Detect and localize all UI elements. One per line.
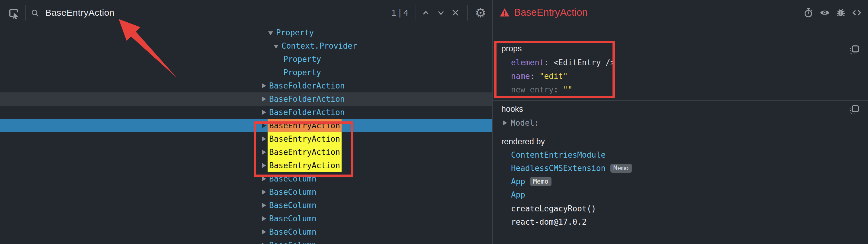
react-devtools-window: BaseEntryAction 1 | 4: [0, 0, 868, 244]
tree-row[interactable]: Context.Provider: [0, 39, 492, 53]
component-name: BaseColumn: [269, 241, 316, 244]
tree-row[interactable]: BaseColumn: [0, 172, 492, 185]
owner-link[interactable]: App: [511, 177, 525, 186]
prop-row[interactable]: name: "edit": [511, 71, 568, 81]
inspector-header-icons: [803, 0, 863, 25]
tree-row[interactable]: BaseColumn: [0, 212, 492, 225]
rendered-by-row[interactable]: ContentEntriesModule: [511, 150, 606, 159]
prop-key: new entry: [511, 85, 554, 94]
tree-row[interactable]: BaseColumn: [0, 185, 492, 199]
inspect-element-icon: [7, 7, 20, 19]
component-name: BaseColumn: [269, 227, 316, 237]
tree-row[interactable]: BaseColumn: [0, 225, 492, 239]
hook-name: Model:: [511, 118, 539, 127]
expand-arrow-icon[interactable]: [262, 190, 266, 194]
rendered-by-row[interactable]: AppMemo: [511, 177, 552, 186]
rendered-by-row: react-dom@17.0.2: [511, 217, 587, 226]
toolbar-separator: [415, 5, 416, 21]
tree-row[interactable]: BaseEntryAction: [0, 132, 492, 146]
expand-arrow-icon[interactable]: [262, 136, 266, 141]
rendered-by-row[interactable]: App: [511, 190, 525, 199]
toolbar-separator: [467, 5, 468, 21]
tree-row[interactable]: Property: [0, 53, 492, 66]
component-name: BaseFolderAction: [269, 81, 345, 90]
expand-arrow-icon[interactable]: [262, 110, 266, 115]
expand-arrow-icon[interactable]: [262, 176, 266, 181]
prop-value[interactable]: <EditEntry />: [554, 58, 615, 67]
component-name: BaseFolderAction: [269, 94, 345, 103]
expand-arrow-icon[interactable]: [262, 83, 266, 88]
section-divider: [493, 100, 868, 101]
next-result-button[interactable]: [435, 8, 446, 18]
gear-icon: ⚙: [475, 5, 486, 20]
prop-colon: :: [544, 58, 554, 67]
hook-row[interactable]: Model:: [503, 118, 539, 127]
tree-row[interactable]: BaseFolderAction: [0, 92, 492, 106]
rendered-by-row: createLegacyRoot(): [511, 204, 596, 213]
stopwatch-icon[interactable]: [803, 7, 814, 18]
expand-arrow-icon[interactable]: [262, 230, 266, 234]
chevron-up-icon: [421, 8, 431, 17]
tree-row[interactable]: BaseEntryAction: [0, 119, 492, 132]
memo-badge: Memo: [610, 164, 632, 173]
tree-row[interactable]: BaseFolderAction: [0, 106, 492, 119]
component-name: BaseColumn: [269, 214, 316, 223]
hooks-section-label: hooks: [501, 104, 523, 114]
inspect-element-button[interactable]: [7, 6, 21, 20]
component-name: BaseEntryAction: [268, 159, 342, 172]
search-toolbar: BaseEntryAction 1 | 4: [0, 0, 492, 25]
toolbar-separator: [25, 5, 26, 21]
collapse-arrow-icon[interactable]: [274, 45, 278, 49]
rendered-by-row[interactable]: HeadlessCMSExtensionMemo: [511, 164, 632, 173]
expand-arrow-icon[interactable]: [262, 97, 266, 101]
expand-arrow-icon[interactable]: [262, 203, 266, 208]
tree-row[interactable]: BaseColumn: [0, 239, 492, 244]
tree-row[interactable]: BaseFolderAction: [0, 79, 492, 92]
props-section-label: props: [501, 44, 522, 54]
copy-hooks-button[interactable]: [848, 104, 860, 116]
settings-button[interactable]: ⚙: [473, 5, 488, 20]
owner-link[interactable]: App: [511, 190, 525, 199]
tree-row[interactable]: Property: [0, 66, 492, 79]
component-name: BaseEntryAction: [268, 132, 342, 146]
eye-icon[interactable]: [819, 7, 831, 18]
owner-link[interactable]: HeadlessCMSExtension: [511, 164, 606, 173]
expand-arrow-icon[interactable]: [503, 121, 507, 125]
expand-arrow-icon[interactable]: [262, 150, 266, 155]
tree-row[interactable]: BaseColumn: [0, 199, 492, 212]
bug-icon[interactable]: [835, 7, 846, 18]
prop-key: name: [511, 71, 530, 81]
section-divider: [493, 132, 868, 132]
prop-row[interactable]: element: <EditEntry />: [511, 58, 615, 67]
close-icon: [451, 8, 460, 17]
chevron-down-icon: [436, 8, 446, 17]
search-result-count: 1 | 4: [392, 0, 408, 25]
component-name: BaseFolderAction: [269, 108, 345, 117]
owner-text: react-dom@17.0.2: [511, 217, 587, 226]
expand-arrow-icon[interactable]: [262, 216, 266, 221]
collapse-arrow-icon[interactable]: [268, 31, 273, 35]
tree-row[interactable]: BaseEntryAction: [0, 146, 492, 159]
code-brackets-icon[interactable]: [851, 7, 863, 18]
expand-arrow-icon[interactable]: [262, 243, 266, 244]
prop-value[interactable]: "": [563, 85, 572, 94]
tree-row[interactable]: BaseEntryAction: [0, 159, 492, 172]
copy-props-button[interactable]: [848, 44, 860, 56]
component-name: Context.Provider: [281, 41, 357, 51]
component-name: Property: [283, 55, 321, 64]
component-tree: PropertyContext.ProviderPropertyProperty…: [0, 26, 492, 244]
components-tree-panel: BaseEntryAction 1 | 4: [0, 0, 492, 244]
search-input[interactable]: BaseEntryAction: [45, 0, 115, 25]
prop-row[interactable]: new entry: "": [511, 85, 572, 94]
component-name: Property: [283, 68, 321, 77]
prop-value[interactable]: "edit": [539, 71, 568, 81]
previous-result-button[interactable]: [421, 8, 431, 18]
component-name: BaseColumn: [269, 187, 316, 196]
expand-arrow-icon[interactable]: [262, 163, 266, 168]
expand-arrow-icon[interactable]: [262, 123, 266, 128]
tree-row[interactable]: Property: [0, 26, 492, 39]
clear-search-button[interactable]: [450, 8, 461, 18]
component-name: Property: [276, 28, 314, 37]
component-name: BaseEntryAction: [268, 146, 342, 159]
owner-link[interactable]: ContentEntriesModule: [511, 150, 606, 159]
